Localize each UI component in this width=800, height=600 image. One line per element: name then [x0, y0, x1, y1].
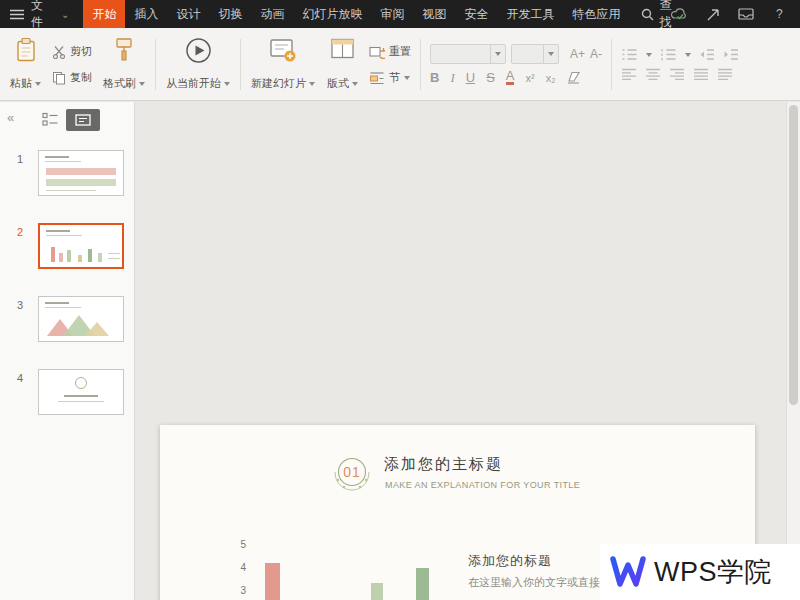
collapse-panel-button[interactable]: «: [7, 110, 14, 125]
slide-body-title[interactable]: 添加您的标题: [468, 552, 552, 570]
align-left-button[interactable]: [621, 68, 637, 81]
format-painter-button[interactable]: 格式刷: [97, 32, 151, 97]
new-slide-icon: [269, 37, 297, 63]
tab-design[interactable]: 设计: [167, 0, 209, 28]
watermark-brand: WPS学院: [654, 554, 772, 590]
superscript-button[interactable]: x²: [525, 72, 534, 84]
chart-bar: [371, 583, 383, 600]
font-size-combo[interactable]: [511, 44, 559, 64]
ribbon-separator: [155, 39, 156, 90]
title-wreath-icon[interactable]: 01: [328, 449, 376, 497]
copy-button[interactable]: 复制: [49, 69, 95, 86]
reset-button[interactable]: 重置: [366, 43, 414, 60]
font-color-button[interactable]: A: [506, 70, 515, 85]
tab-devtools[interactable]: 开发工具: [497, 0, 563, 28]
hamburger-icon: [10, 9, 24, 20]
cut-label: 剪切: [70, 44, 92, 59]
slide-body-text[interactable]: 在这里输入你的文字或直接: [468, 575, 600, 590]
quick-access-caret-icon[interactable]: ⌄: [53, 9, 77, 20]
slide-thumbnail-1[interactable]: [38, 150, 124, 196]
tab-home[interactable]: 开始: [83, 0, 125, 28]
paragraph-group: [616, 32, 744, 97]
tab-transitions[interactable]: 切换: [209, 0, 251, 28]
new-slide-button[interactable]: 新建幻灯片: [245, 32, 321, 97]
subscript-button[interactable]: x₂: [546, 72, 556, 84]
format-painter-caret-icon: [139, 82, 145, 86]
paste-button[interactable]: 粘贴: [4, 32, 47, 97]
tab-security[interactable]: 安全: [455, 0, 497, 28]
play-caret-icon: [224, 82, 230, 86]
clear-format-button[interactable]: [566, 71, 581, 84]
section-button[interactable]: 节: [366, 69, 414, 86]
clipboard-group: 剪切 复制: [47, 32, 97, 97]
outline-view-button[interactable]: [42, 112, 59, 127]
format-painter-label: 格式刷: [103, 76, 136, 91]
new-slide-label: 新建幻灯片: [251, 76, 306, 91]
slide-thumbnail-4[interactable]: [38, 369, 124, 415]
app-menu-button[interactable]: 文件: [0, 0, 53, 28]
search-button[interactable]: 查找: [641, 0, 671, 31]
slide-number: 1: [17, 153, 23, 165]
slide-thumbnail-3[interactable]: [38, 296, 124, 342]
cloud-sync-button[interactable]: [671, 5, 689, 23]
font-group: A+ A- B I U S A x² x₂: [425, 32, 607, 97]
increase-indent-button[interactable]: [723, 48, 739, 61]
shrink-font-button[interactable]: A-: [590, 47, 602, 61]
thumbnail-view-button[interactable]: [66, 109, 100, 131]
reset-icon: [369, 45, 385, 59]
editing-canvas[interactable]: 01 添加您的主标题 MAKE AN EXPLANATION FOR YOUR …: [136, 102, 786, 600]
numbered-list-button[interactable]: [660, 48, 677, 61]
slide-number: 3: [17, 299, 23, 311]
file-menu-label: 文件: [31, 0, 43, 31]
play-from-current-button[interactable]: 从当前开始: [160, 32, 236, 97]
justify-button[interactable]: [693, 68, 709, 81]
layout-label: 版式: [327, 76, 349, 91]
format-painter-icon: [114, 37, 134, 63]
distribute-text-button[interactable]: [717, 68, 733, 81]
tab-special-features[interactable]: 特色应用: [563, 0, 629, 28]
messages-button[interactable]: [737, 5, 755, 23]
bullet-list-button[interactable]: [621, 48, 638, 61]
bullet-list-caret-icon: [646, 53, 652, 57]
slide-number-badge: 01: [328, 464, 376, 480]
tab-slideshow[interactable]: 幻灯片放映: [293, 0, 371, 28]
chart-bar: [416, 568, 429, 600]
ribbon-toolbar: 粘贴 剪切 复制 格式刷 从当前开始 新建幻灯: [0, 28, 800, 101]
bold-button[interactable]: B: [430, 70, 439, 85]
slide-number: 4: [17, 372, 23, 384]
titlebar-actions: ?: [671, 5, 800, 23]
slide-subtitle[interactable]: MAKE AN EXPLANATION FOR YOUR TITLE: [385, 480, 580, 490]
play-from-current-label: 从当前开始: [166, 76, 221, 91]
help-button[interactable]: ?: [770, 5, 788, 23]
cut-button[interactable]: 剪切: [49, 43, 95, 60]
ribbon-tabs: 开始 插入 设计 切换 动画 幻灯片放映 审阅 视图 安全 开发工具 特色应用: [83, 0, 629, 28]
tab-animation[interactable]: 动画: [251, 0, 293, 28]
grow-font-button[interactable]: A+: [570, 47, 585, 61]
underline-button[interactable]: U: [466, 70, 475, 85]
align-center-button[interactable]: [645, 68, 661, 81]
slide-title[interactable]: 添加您的主标题: [384, 455, 503, 474]
layout-button[interactable]: 版式: [321, 32, 364, 97]
clipboard-icon: [15, 37, 37, 63]
slide-thumbnail-2[interactable]: [38, 223, 124, 269]
tab-view[interactable]: 视图: [413, 0, 455, 28]
slide-thumbnail-panel: « 1 2 3 4: [0, 102, 135, 600]
align-right-button[interactable]: [669, 68, 685, 81]
vertical-scrollbar[interactable]: [786, 102, 800, 600]
font-name-caret-icon: [490, 45, 505, 63]
share-button[interactable]: [704, 5, 722, 23]
y-axis-label: 4: [232, 562, 246, 573]
font-name-combo[interactable]: [430, 44, 506, 64]
decrease-indent-button[interactable]: [699, 48, 715, 61]
search-label: 查找: [659, 0, 671, 31]
slide-number-selected: 2: [17, 226, 23, 238]
tab-insert[interactable]: 插入: [125, 0, 167, 28]
italic-button[interactable]: I: [450, 70, 454, 86]
play-icon: [185, 37, 212, 64]
paste-caret-icon: [35, 82, 41, 86]
slide-view-icon: [75, 114, 91, 126]
numbered-list-caret-icon: [685, 53, 691, 57]
strikethrough-button[interactable]: S: [486, 70, 495, 85]
tab-review[interactable]: 审阅: [371, 0, 413, 28]
scrollbar-thumb[interactable]: [789, 105, 798, 405]
